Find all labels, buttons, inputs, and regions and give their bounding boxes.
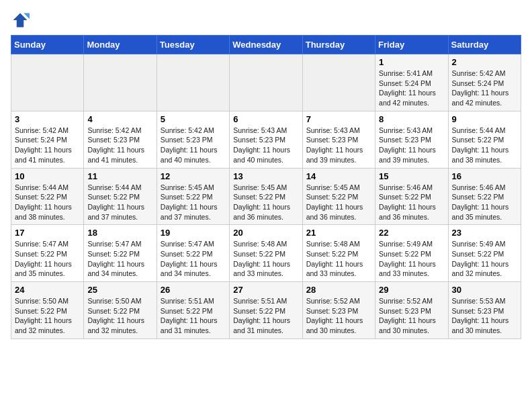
day-number: 5 <box>161 114 226 124</box>
day-info: Sunrise: 5:45 AM Sunset: 5:22 PM Dayligh… <box>161 183 226 222</box>
day-number: 24 <box>15 285 80 295</box>
day-number: 18 <box>87 228 152 238</box>
day-number: 4 <box>87 114 152 124</box>
day-cell: 21Sunrise: 5:48 AM Sunset: 5:22 PM Dayli… <box>302 225 375 282</box>
day-number: 2 <box>452 57 517 67</box>
day-info: Sunrise: 5:45 AM Sunset: 5:22 PM Dayligh… <box>306 183 371 222</box>
day-cell: 13Sunrise: 5:45 AM Sunset: 5:22 PM Dayli… <box>230 168 302 225</box>
day-cell: 10Sunrise: 5:44 AM Sunset: 5:22 PM Dayli… <box>11 168 84 225</box>
day-info: Sunrise: 5:47 AM Sunset: 5:22 PM Dayligh… <box>87 239 152 279</box>
day-number: 6 <box>233 114 298 124</box>
day-number: 28 <box>306 285 371 295</box>
day-number: 16 <box>452 171 517 181</box>
day-number: 9 <box>452 114 517 124</box>
day-info: Sunrise: 5:49 AM Sunset: 5:22 PM Dayligh… <box>379 239 444 279</box>
day-cell <box>302 54 375 111</box>
day-cell: 12Sunrise: 5:45 AM Sunset: 5:22 PM Dayli… <box>157 168 229 225</box>
day-number: 13 <box>233 171 298 181</box>
day-cell: 15Sunrise: 5:46 AM Sunset: 5:22 PM Dayli… <box>375 168 448 225</box>
day-number: 19 <box>161 228 226 238</box>
day-number: 14 <box>306 171 371 181</box>
day-number: 12 <box>161 171 226 181</box>
day-cell: 28Sunrise: 5:52 AM Sunset: 5:23 PM Dayli… <box>302 282 375 339</box>
day-cell: 27Sunrise: 5:51 AM Sunset: 5:22 PM Dayli… <box>230 282 302 339</box>
day-cell: 19Sunrise: 5:47 AM Sunset: 5:22 PM Dayli… <box>157 225 229 282</box>
day-cell: 3Sunrise: 5:42 AM Sunset: 5:24 PM Daylig… <box>11 111 84 168</box>
day-info: Sunrise: 5:46 AM Sunset: 5:22 PM Dayligh… <box>379 183 444 222</box>
day-cell <box>11 54 84 111</box>
weekday-header-friday: Friday <box>375 36 448 54</box>
day-number: 25 <box>87 285 152 295</box>
day-info: Sunrise: 5:42 AM Sunset: 5:23 PM Dayligh… <box>161 126 226 165</box>
day-info: Sunrise: 5:43 AM Sunset: 5:23 PM Dayligh… <box>306 126 371 165</box>
week-row-2: 3Sunrise: 5:42 AM Sunset: 5:24 PM Daylig… <box>11 111 521 168</box>
day-info: Sunrise: 5:45 AM Sunset: 5:22 PM Dayligh… <box>233 183 298 222</box>
day-cell <box>84 54 157 111</box>
header <box>11 11 521 30</box>
day-cell: 26Sunrise: 5:51 AM Sunset: 5:22 PM Dayli… <box>157 282 229 339</box>
week-row-1: 1Sunrise: 5:41 AM Sunset: 5:24 PM Daylig… <box>11 54 521 111</box>
day-number: 8 <box>379 114 444 124</box>
day-cell: 20Sunrise: 5:48 AM Sunset: 5:22 PM Dayli… <box>230 225 302 282</box>
day-cell: 17Sunrise: 5:47 AM Sunset: 5:22 PM Dayli… <box>11 225 84 282</box>
day-info: Sunrise: 5:42 AM Sunset: 5:24 PM Dayligh… <box>452 68 517 108</box>
day-cell: 14Sunrise: 5:45 AM Sunset: 5:22 PM Dayli… <box>302 168 375 225</box>
day-info: Sunrise: 5:46 AM Sunset: 5:22 PM Dayligh… <box>452 183 517 222</box>
day-number: 3 <box>15 114 80 124</box>
day-cell: 6Sunrise: 5:43 AM Sunset: 5:23 PM Daylig… <box>230 111 302 168</box>
weekday-header-sunday: Sunday <box>11 36 84 54</box>
day-info: Sunrise: 5:47 AM Sunset: 5:22 PM Dayligh… <box>15 239 80 279</box>
logo-icon <box>11 11 30 30</box>
day-info: Sunrise: 5:43 AM Sunset: 5:23 PM Dayligh… <box>233 126 298 165</box>
day-number: 10 <box>15 171 80 181</box>
day-info: Sunrise: 5:51 AM Sunset: 5:22 PM Dayligh… <box>161 296 226 336</box>
day-info: Sunrise: 5:52 AM Sunset: 5:23 PM Dayligh… <box>306 296 371 336</box>
day-number: 30 <box>452 285 517 295</box>
week-row-4: 17Sunrise: 5:47 AM Sunset: 5:22 PM Dayli… <box>11 225 521 282</box>
day-cell: 8Sunrise: 5:43 AM Sunset: 5:23 PM Daylig… <box>375 111 448 168</box>
day-number: 23 <box>452 228 517 238</box>
day-cell: 11Sunrise: 5:44 AM Sunset: 5:22 PM Dayli… <box>84 168 157 225</box>
day-cell: 25Sunrise: 5:50 AM Sunset: 5:22 PM Dayli… <box>84 282 157 339</box>
day-number: 7 <box>306 114 371 124</box>
day-info: Sunrise: 5:50 AM Sunset: 5:22 PM Dayligh… <box>15 296 80 336</box>
weekday-header-wednesday: Wednesday <box>230 36 302 54</box>
day-cell: 2Sunrise: 5:42 AM Sunset: 5:24 PM Daylig… <box>448 54 521 111</box>
calendar-table: SundayMondayTuesdayWednesdayThursdayFrid… <box>11 35 521 339</box>
week-row-3: 10Sunrise: 5:44 AM Sunset: 5:22 PM Dayli… <box>11 168 521 225</box>
day-cell: 24Sunrise: 5:50 AM Sunset: 5:22 PM Dayli… <box>11 282 84 339</box>
day-info: Sunrise: 5:50 AM Sunset: 5:22 PM Dayligh… <box>87 296 152 336</box>
day-info: Sunrise: 5:49 AM Sunset: 5:22 PM Dayligh… <box>452 239 517 279</box>
day-number: 27 <box>233 285 298 295</box>
day-cell: 9Sunrise: 5:44 AM Sunset: 5:22 PM Daylig… <box>448 111 521 168</box>
day-number: 15 <box>379 171 444 181</box>
day-number: 29 <box>379 285 444 295</box>
weekday-header-saturday: Saturday <box>448 36 521 54</box>
day-number: 22 <box>379 228 444 238</box>
day-info: Sunrise: 5:47 AM Sunset: 5:22 PM Dayligh… <box>161 239 226 279</box>
day-info: Sunrise: 5:53 AM Sunset: 5:23 PM Dayligh… <box>452 296 517 336</box>
day-info: Sunrise: 5:44 AM Sunset: 5:22 PM Dayligh… <box>452 126 517 165</box>
day-info: Sunrise: 5:41 AM Sunset: 5:24 PM Dayligh… <box>379 68 444 108</box>
day-number: 26 <box>161 285 226 295</box>
weekday-header-tuesday: Tuesday <box>157 36 229 54</box>
day-cell: 18Sunrise: 5:47 AM Sunset: 5:22 PM Dayli… <box>84 225 157 282</box>
day-info: Sunrise: 5:43 AM Sunset: 5:23 PM Dayligh… <box>379 126 444 165</box>
day-number: 11 <box>87 171 152 181</box>
weekday-header-thursday: Thursday <box>302 36 375 54</box>
day-number: 1 <box>379 57 444 67</box>
day-cell: 23Sunrise: 5:49 AM Sunset: 5:22 PM Dayli… <box>448 225 521 282</box>
day-info: Sunrise: 5:42 AM Sunset: 5:23 PM Dayligh… <box>87 126 152 165</box>
day-cell: 5Sunrise: 5:42 AM Sunset: 5:23 PM Daylig… <box>157 111 229 168</box>
day-cell: 29Sunrise: 5:52 AM Sunset: 5:23 PM Dayli… <box>375 282 448 339</box>
day-number: 20 <box>233 228 298 238</box>
day-info: Sunrise: 5:44 AM Sunset: 5:22 PM Dayligh… <box>87 183 152 222</box>
day-info: Sunrise: 5:42 AM Sunset: 5:24 PM Dayligh… <box>15 126 80 165</box>
day-cell: 22Sunrise: 5:49 AM Sunset: 5:22 PM Dayli… <box>375 225 448 282</box>
day-cell <box>157 54 229 111</box>
logo <box>11 11 32 30</box>
day-cell: 1Sunrise: 5:41 AM Sunset: 5:24 PM Daylig… <box>375 54 448 111</box>
day-cell <box>230 54 302 111</box>
day-info: Sunrise: 5:48 AM Sunset: 5:22 PM Dayligh… <box>233 239 298 279</box>
week-row-5: 24Sunrise: 5:50 AM Sunset: 5:22 PM Dayli… <box>11 282 521 339</box>
